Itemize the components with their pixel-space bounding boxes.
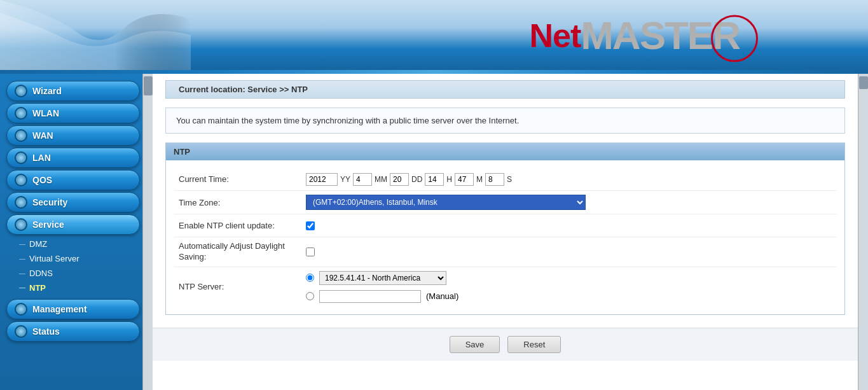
- info-box: You can maintain the system time by sync…: [165, 108, 845, 134]
- ntp-server-select[interactable]: 192.5.41.41 - North America 192.43.244.1…: [319, 271, 446, 285]
- security-icon: [15, 196, 27, 209]
- wan-icon: [15, 129, 27, 142]
- status-icon: [15, 325, 27, 338]
- ntp-server-row: NTP Server: 192.5.41.41 - North America …: [174, 267, 837, 307]
- button-bar: Save Reset: [153, 328, 858, 361]
- management-icon: [15, 303, 27, 316]
- sidebar-item-security[interactable]: Security: [6, 192, 140, 212]
- time-fields: YY MM DD H M S: [306, 173, 512, 186]
- ntp-manual-option: (Manual): [306, 290, 458, 303]
- sidebar: Wizard WLAN WAN LAN QOS Security Service: [0, 74, 153, 390]
- logo-master-text: MASTE: [581, 13, 712, 58]
- ntp-server-label: NTP Server:: [179, 282, 306, 291]
- logo-net-text: Net: [529, 16, 581, 54]
- ntp-server-options: 192.5.41.41 - North America 192.43.244.1…: [306, 271, 458, 303]
- ntp-manual-radio[interactable]: [306, 292, 314, 300]
- sidebar-item-wlan[interactable]: WLAN: [6, 103, 140, 123]
- wlan-icon: [15, 107, 27, 120]
- timezone-select[interactable]: (GMT+02:00)Athens, Istanbul, Minsk (GMT+…: [306, 195, 586, 210]
- minute-input[interactable]: [455, 173, 474, 186]
- service-icon: [15, 218, 27, 231]
- logo: Net MASTE R: [529, 13, 741, 58]
- sidebar-subitem-ddns[interactable]: DDNS: [6, 266, 146, 281]
- lan-icon: [15, 151, 27, 164]
- hour-input[interactable]: [425, 173, 444, 186]
- daylight-row: Automatically Adjust Daylight Saving:: [174, 237, 837, 267]
- sidebar-item-service[interactable]: Service: [6, 214, 140, 235]
- year-input[interactable]: [306, 173, 338, 186]
- sidebar-subitem-virtual-server[interactable]: Virtual Server: [6, 251, 146, 266]
- sidebar-subitem-ntp[interactable]: NTP: [6, 281, 146, 295]
- current-time-row: Current Time: YY MM DD H M S: [174, 168, 837, 191]
- ntp-section-body: Current Time: YY MM DD H M S: [166, 160, 844, 314]
- yy-label: YY: [340, 175, 350, 184]
- h-label: H: [446, 175, 452, 184]
- right-scroll-thumb[interactable]: [859, 76, 868, 89]
- save-button[interactable]: Save: [450, 336, 500, 353]
- m-label: M: [476, 175, 483, 184]
- enable-ntp-checkbox[interactable]: [306, 221, 315, 230]
- sidebar-item-status[interactable]: Status: [6, 321, 140, 342]
- ntp-dropdown-option: 192.5.41.41 - North America 192.43.244.1…: [306, 271, 458, 285]
- ntp-section: NTP Current Time: YY MM DD H: [165, 143, 845, 315]
- wizard-icon: [15, 85, 27, 97]
- sidebar-scrollbar[interactable]: [142, 74, 153, 390]
- breadcrumb: Current location: Service >> NTP: [165, 80, 845, 99]
- timezone-row: Time Zone: (GMT+02:00)Athens, Istanbul, …: [174, 191, 837, 214]
- daylight-checkbox[interactable]: [306, 247, 315, 256]
- ntp-manual-input[interactable]: [319, 290, 421, 303]
- header: Net MASTE R: [0, 0, 868, 70]
- enable-ntp-label: Enable NTP client update:: [179, 221, 306, 230]
- daylight-label: Automatically Adjust Daylight Saving:: [179, 241, 306, 263]
- sidebar-item-lan[interactable]: LAN: [6, 148, 140, 168]
- sidebar-item-wizard[interactable]: Wizard: [6, 81, 140, 101]
- reset-button[interactable]: Reset: [507, 336, 561, 353]
- qos-icon: [15, 174, 27, 186]
- sidebar-subitem-dmz[interactable]: DMZ: [6, 237, 146, 251]
- sidebar-item-qos[interactable]: QOS: [6, 170, 140, 190]
- ntp-manual-label: (Manual): [426, 291, 458, 301]
- logo-r-circle: R: [712, 13, 741, 58]
- sidebar-item-management[interactable]: Management: [6, 299, 140, 319]
- right-scrollbar[interactable]: [858, 74, 868, 390]
- mm-label: MM: [375, 175, 387, 184]
- current-time-label: Current Time:: [179, 174, 306, 184]
- header-wave: [0, 0, 191, 70]
- enable-ntp-row: Enable NTP client update:: [174, 214, 837, 237]
- dd-label: DD: [411, 175, 422, 184]
- second-input[interactable]: [485, 173, 504, 186]
- s-label: S: [507, 175, 512, 184]
- sidebar-item-wan[interactable]: WAN: [6, 125, 140, 146]
- ntp-dropdown-radio[interactable]: [306, 274, 314, 282]
- timezone-label: Time Zone:: [179, 198, 306, 207]
- ntp-section-header: NTP: [166, 143, 844, 160]
- month-input[interactable]: [353, 173, 372, 186]
- day-input[interactable]: [390, 173, 409, 186]
- sidebar-scroll-thumb[interactable]: [144, 76, 153, 95]
- main-content: Current location: Service >> NTP You can…: [153, 74, 858, 390]
